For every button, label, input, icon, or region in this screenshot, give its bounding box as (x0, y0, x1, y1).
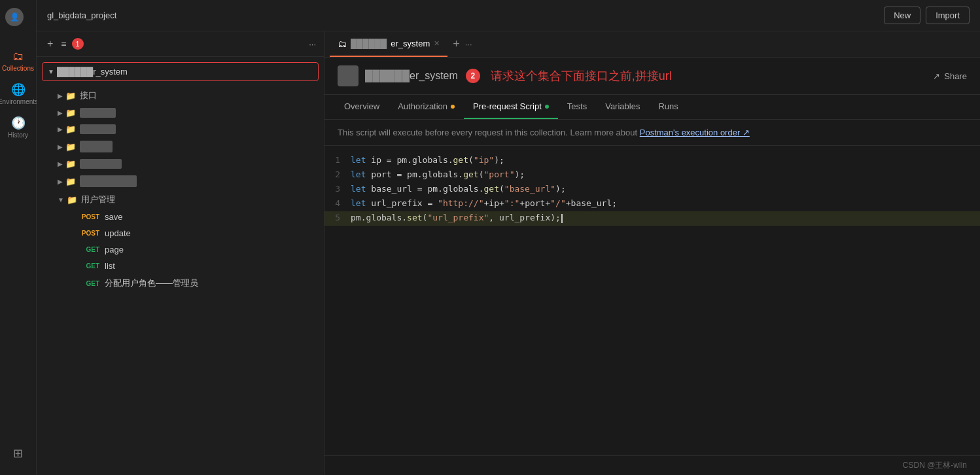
code-line-5: 5 pm.globals.set("url_prefix", url_prefi… (324, 211, 980, 226)
share-button[interactable]: ↗ Share (933, 71, 967, 81)
chevron-right-icon: ▶ (58, 178, 63, 185)
tab-prerequest[interactable]: Pre-request Script (464, 95, 558, 119)
code-text: port = pm.globals. (371, 169, 463, 179)
step-badge-2: 2 (466, 69, 480, 83)
new-button[interactable]: New (884, 7, 920, 24)
tab-tests[interactable]: Tests (558, 95, 596, 119)
sidebar-item-collections[interactable]: 🗂 Collections (0, 44, 36, 77)
execution-order-link[interactable]: Postman's execution order ↗ (640, 128, 750, 137)
collection-title-suffix: er_system (410, 70, 458, 82)
tab-overview[interactable]: Overview (335, 95, 389, 119)
sidebar-item-environments[interactable]: 🌐 Environments (0, 77, 36, 111)
new-tab-button[interactable]: + (453, 37, 460, 51)
code-text: , url_prefix); (489, 213, 561, 222)
collection-title: ██████ (365, 70, 410, 82)
folder-label: 用户管理 (81, 194, 115, 205)
code-text: +base_url; (566, 198, 617, 208)
import-button[interactable]: Import (926, 7, 970, 24)
chevron-down-icon: ▼ (48, 68, 54, 75)
collection-root-suffix: r_system (93, 67, 128, 77)
code-text: get (484, 184, 499, 194)
page-title: 请求这个集合下面接口之前,拼接url (491, 68, 672, 84)
sidebar-item-history[interactable]: 🕐 History (0, 111, 36, 144)
list-item[interactable]: ▶ 📁 ██████ (37, 105, 324, 121)
line-number: 3 (324, 184, 351, 194)
line-number: 5 (324, 213, 351, 222)
folder-label: ██████ (80, 124, 116, 134)
authorization-dot (451, 105, 455, 109)
code-text: +port+ (519, 198, 550, 208)
method-badge-get: GET (76, 246, 99, 253)
code-text: ); (555, 184, 566, 194)
tab-authorization[interactable]: Authorization (389, 95, 464, 119)
filter-button[interactable]: ≡ (61, 39, 66, 49)
api-path: update (105, 228, 131, 238)
method-badge-post: POST (76, 230, 99, 237)
tab-label: ██████ (351, 39, 387, 48)
method-badge-get: GET (76, 262, 99, 270)
chevron-right-icon: ▶ (58, 160, 63, 167)
main-layout: + ≡ 1 ··· ▼ ██████ r_system ▶ 📁 接口 (37, 31, 980, 475)
code-line-2: 2 let port = pm.globals.get("port"); (324, 168, 980, 183)
footer-credit: CSDN @王林-wlin (903, 461, 967, 470)
code-text: ip = pm.globals. (371, 155, 453, 165)
line-number: 2 (324, 169, 351, 179)
api-item-assign-role[interactable]: GET 分配用户角色——管理员 (37, 274, 324, 292)
method-badge-post: POST (76, 213, 99, 220)
footer: CSDN @王林-wlin (324, 455, 980, 475)
chevron-down-icon: ▼ (58, 196, 64, 203)
tab-runs[interactable]: Runs (649, 95, 687, 119)
collection-icon-box (338, 65, 359, 86)
code-content: pm.globals.set("url_prefix", url_prefix)… (351, 213, 980, 223)
code-line-1: 1 let ip = pm.globals.get("ip"); (324, 154, 980, 168)
add-collection-button[interactable]: + (44, 37, 56, 51)
folder-icon: 📁 (65, 124, 76, 134)
code-editor[interactable]: 1 let ip = pm.globals.get("ip"); 2 let p… (324, 146, 980, 455)
code-content: let base_url = pm.globals.get("base_url"… (351, 184, 980, 194)
code-text: base_url = pm.globals. (371, 184, 483, 194)
line-number: 4 (324, 198, 351, 208)
collection-root-name: ██████ (57, 67, 93, 77)
tab-close-button[interactable]: ✕ (434, 39, 440, 48)
code-line-3: 3 let base_url = pm.globals.get("base_ur… (324, 183, 980, 197)
tab-collection[interactable]: 🗂 ██████ er_system ✕ (330, 31, 447, 57)
notification-badge: 1 (72, 38, 84, 50)
tab-more-button[interactable]: ··· (465, 39, 472, 49)
code-text: +ip+ (484, 198, 504, 208)
sidebar-icons: 👤 🗂 Collections 🌐 Environments 🕐 History… (0, 0, 37, 475)
tab-folder-icon: 🗂 (338, 39, 347, 49)
folder-label: ███████ (80, 159, 122, 169)
api-path: list (105, 261, 115, 271)
list-item[interactable]: ▶ 📁 接口 (37, 86, 324, 105)
list-item[interactable]: ▶ 📁 ██████ (37, 121, 324, 137)
code-content: let url_prefix = "http://"+ip+":"+port+"… (351, 198, 980, 208)
collections-icon: 🗂 (12, 50, 24, 63)
tab-variables[interactable]: Variables (596, 95, 649, 119)
folder-icon: 📁 (65, 108, 76, 118)
api-item-list[interactable]: GET list (37, 258, 324, 274)
folder-label: ████表 (80, 141, 113, 152)
api-item-update[interactable]: POST update (37, 225, 324, 241)
code-text: ); (514, 169, 525, 179)
collection-root: ▼ ██████ r_system (42, 62, 319, 81)
list-item[interactable]: ▶ 📁 ███████ (37, 156, 324, 172)
code-text: ( (479, 169, 484, 179)
code-line-4: 4 let url_prefix = "http://"+ip+":"+port… (324, 197, 980, 211)
code-text: ":" (504, 198, 519, 208)
collection-root-header[interactable]: ▼ ██████ r_system (43, 63, 318, 80)
sidebar-item-workspaces[interactable]: ⊞ (0, 441, 36, 467)
code-text: "base_url" (504, 184, 555, 194)
more-options-button[interactable]: ··· (309, 39, 316, 49)
keyword: let (351, 198, 371, 208)
code-text: get (463, 169, 478, 179)
panel-header: + ≡ 1 ··· (37, 31, 324, 57)
code-text: ); (494, 155, 504, 165)
list-item[interactable]: ▶ 📁 ████████表 (37, 172, 324, 190)
usermgmt-folder-header[interactable]: ▼ 📁 用户管理 (37, 190, 324, 209)
tab-label-suffix: er_system (391, 39, 430, 48)
line-number: 1 (324, 155, 351, 165)
api-item-page[interactable]: GET page (37, 241, 324, 258)
api-item-save[interactable]: POST save (37, 209, 324, 225)
tab-tests-label: Tests (567, 101, 587, 111)
list-item[interactable]: ▶ 📁 ████表 (37, 137, 324, 156)
